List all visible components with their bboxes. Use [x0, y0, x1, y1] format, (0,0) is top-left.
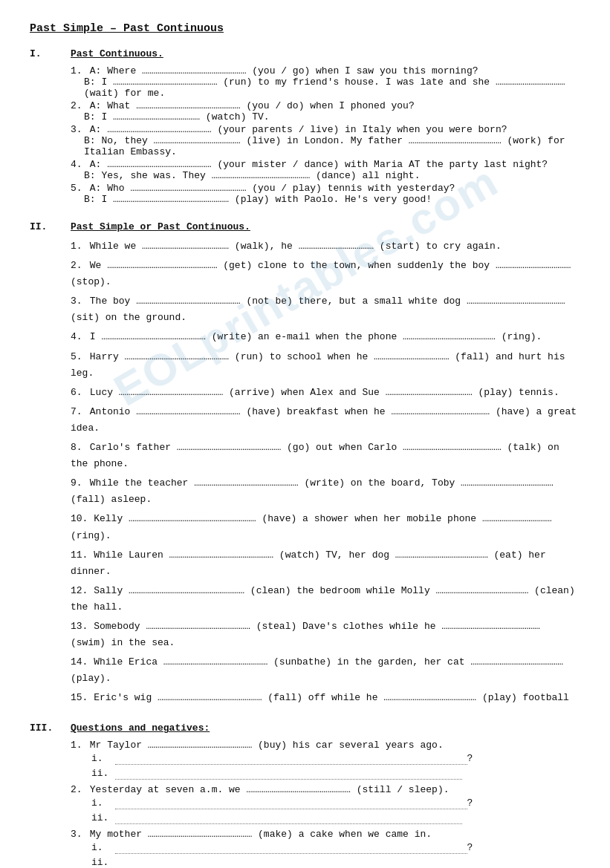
list-item: 3. My mother ……………………………………………… (make) a… [71, 829, 580, 868]
sub-line: ii. [91, 768, 580, 780]
section-1: I. Past Continuous. 1. A: Where ……………………… [30, 48, 580, 205]
list-item: 2. Yesterday at seven a.m. we …………………………… [71, 784, 580, 824]
list-item-b: B: Yes, she was. They …………………………………………… … [84, 170, 580, 181]
section-3-title: Questions and negatives: [71, 722, 210, 734]
list-item: 14. While Erica ……………………………………………… (sunb… [71, 654, 580, 687]
section-1-items: 1. A: Where ……………………………………………… (you / go… [71, 65, 580, 205]
list-item-b: B: I …………………………………………………… (play) with Pa… [84, 194, 580, 205]
list-item: 12. Sally …………………………………………………… (clean) t… [71, 583, 580, 616]
list-item-a: 3. A: ……………………………………………… (your parents /… [71, 124, 580, 135]
list-item: 4. I ……………………………………………… (write) an e-mai… [71, 329, 580, 345]
section-3: III. Questions and negatives: 1. Mr Tayl… [30, 722, 580, 868]
list-item: 9. While the teacher ……………………………………………… … [71, 475, 580, 508]
list-item: 6. Lucy ……………………………………………… (arrive) when… [71, 385, 580, 401]
section-2-title: Past Simple or Past Continuous. [71, 221, 250, 232]
list-item: 4. A: ……………………………………………… (your mister / … [71, 159, 580, 181]
section-2: II. Past Simple or Past Continuous. 1. W… [30, 221, 580, 706]
page-title: Past Simple – Past Continuous [30, 22, 580, 35]
list-item: 5. Harry ……………………………………………… (run) to sch… [71, 349, 580, 382]
sub-line: ii. [91, 857, 580, 868]
list-item: 1. While we ……………………………………… (walk), he …… [71, 238, 580, 255]
list-item: 13. Somebody ……………………………………………… (steal) … [71, 619, 580, 651]
list-item-b: B: I ……………………………………… (watch) TV. [84, 111, 580, 123]
list-item-b: B: No, they ……………………………………… (live) in Lo… [84, 135, 580, 157]
section-3-items: 1. Mr Taylor ……………………………………………… (buy) hi… [71, 740, 580, 868]
sub-line: i. ? [91, 797, 580, 809]
section-1-num: I. [30, 48, 71, 59]
list-item: 8. Carlo's father ……………………………………………… (go… [71, 440, 580, 472]
section-2-num: II. [30, 221, 71, 232]
list-item-a: 4. A: ……………………………………………… (your mister / … [71, 159, 580, 170]
list-item: 11. While Lauren ……………………………………………… (wat… [71, 547, 580, 580]
sub-line: ii. [91, 812, 580, 824]
list-item: 1. Mr Taylor ……………………………………………… (buy) hi… [71, 740, 580, 780]
section-1-title: Past Continuous. [71, 48, 163, 59]
list-item: 1. A: Where ……………………………………………… (you / go… [71, 65, 580, 99]
section-3-num: III. [30, 722, 71, 734]
list-item: 3. The boy ……………………………………………… (not be) t… [71, 293, 580, 326]
sub-line: i. ? [91, 842, 580, 854]
list-item-a: 5. A: Who …………………………………………………… (you / pl… [71, 183, 580, 194]
sub-line: i. ? [91, 753, 580, 765]
list-item: 10. Kelly ………………………………………………………… (have) … [71, 511, 580, 544]
list-item: 7. Antonio ……………………………………………… (have) bre… [71, 404, 580, 437]
list-item: 5. A: Who …………………………………………………… (you / pl… [71, 183, 580, 205]
list-item-a: 1. A: Where ……………………………………………… (you / go… [71, 65, 580, 76]
list-item-b: B: I ……………………………………………… (run) to my frie… [84, 76, 580, 99]
list-item: 2. A: What ……………………………………………… (you / do)… [71, 100, 580, 123]
list-item: 2. We ………………………………………………… (get) clone to… [71, 258, 580, 290]
list-item: 15. Eric's wig ……………………………………………… (fall)… [71, 690, 580, 706]
list-item-a: 2. A: What ……………………………………………… (you / do)… [71, 100, 580, 111]
list-item: 3. A: ……………………………………………… (your parents /… [71, 124, 580, 157]
section-2-items: 1. While we ……………………………………… (walk), he …… [71, 238, 580, 706]
